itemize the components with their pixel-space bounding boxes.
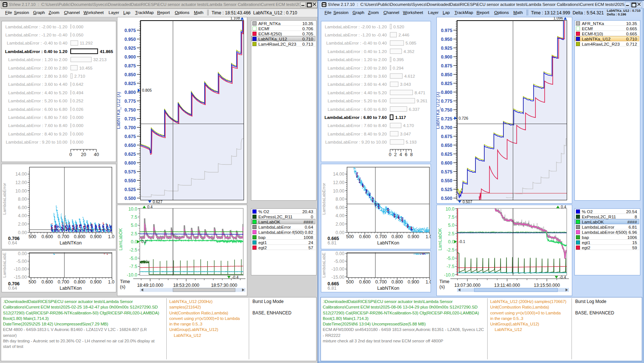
svg-text:2.00: 2.00: [18, 222, 27, 227]
svg-text:LambdaLabError : 8.40 to 9.20: LambdaLabError : 8.40 to 9.20: [8, 131, 67, 137]
svg-text:0.700: 0.700: [124, 125, 136, 130]
svg-text:0.0: 0.0: [448, 239, 454, 244]
svg-text:5.085: 5.085: [406, 40, 417, 46]
svg-text:6.81: 6.81: [328, 240, 336, 246]
svg-text:10.0: 10.0: [128, 207, 137, 212]
svg-text:0.800: 0.800: [392, 279, 403, 285]
svg-text:LambdaLabError : 6.80 to 7.60: LambdaLabError : 6.80 to 7.60: [8, 115, 67, 120]
svg-text:0.700: 0.700: [441, 125, 452, 130]
svg-text:0.00: 0.00: [18, 230, 27, 235]
svg-text:0.900: 0.900: [441, 54, 452, 60]
svg-text:1.117: 1.117: [395, 115, 406, 120]
svg-text:LambdaLabError : -0.40 to 0.40: LambdaLabError : -0.40 to 0.40: [326, 40, 387, 46]
svg-text:0.520: 0.520: [393, 24, 404, 29]
svg-text:LambdaLabError : 3.60 to 4.40: LambdaLabError : 3.60 to 4.40: [328, 82, 387, 87]
svg-text:LambdaLabError : 6.00 to 6.80: LambdaLabError : 6.00 to 6.80: [328, 107, 387, 112]
svg-text:32.213: 32.213: [93, 57, 107, 62]
svg-text:500: 500: [346, 234, 354, 239]
svg-text:2.5: 2.5: [448, 231, 454, 236]
svg-text:0.900: 0.900: [90, 234, 102, 239]
svg-text:0.850: 0.850: [124, 72, 136, 77]
svg-text:-0.1: -0.1: [459, 239, 465, 244]
svg-text:0.575: 0.575: [441, 169, 452, 175]
svg-text:LambdaLabError : 6.00 to 6.80: LambdaLabError : 6.00 to 6.80: [8, 107, 67, 112]
svg-text:0.650: 0.650: [441, 143, 452, 148]
svg-text:-5.0: -5.0: [446, 256, 454, 261]
svg-text:6.00: 6.00: [18, 205, 27, 210]
svg-text:41.865: 41.865: [100, 49, 113, 54]
svg-text:4.170: 4.170: [403, 123, 414, 128]
svg-text:0.00: 0.00: [336, 251, 344, 256]
svg-text:6.00: 6.00: [336, 205, 344, 210]
svg-text:8.00: 8.00: [336, 197, 344, 202]
svg-text:4.612: 4.612: [404, 74, 415, 79]
svg-text:LambdaLabError: LambdaLabError: [2, 183, 7, 215]
svg-text:0.925: 0.925: [124, 46, 136, 51]
svg-text:18:57:30.000: 18:57:30.000: [211, 283, 237, 288]
svg-text:0.525: 0.525: [124, 187, 136, 192]
svg-text:0.050: 0.050: [72, 32, 84, 38]
svg-text:0.875: 0.875: [441, 63, 452, 68]
svg-text:-15.00: -15.00: [332, 275, 344, 280]
svg-text:-10.00: -10.00: [14, 267, 27, 272]
svg-text:LambdaLabError : 2.00 to 2.80: LambdaLabError : 2.00 to 2.80: [8, 66, 67, 71]
svg-text:-7.5: -7.5: [129, 264, 137, 269]
svg-text:LambdaLabE: LambdaLabE: [2, 252, 7, 278]
svg-text:0.2: 0.2: [141, 239, 147, 244]
svg-text:0.600: 0.600: [441, 161, 452, 166]
svg-text:0.600: 0.600: [359, 234, 371, 239]
svg-text:0.600: 0.600: [42, 279, 53, 285]
svg-text:LambdaLabError : 9.20 to 10.00: LambdaLabError : 9.20 to 10.00: [325, 140, 387, 145]
svg-text:0.000: 0.000: [72, 115, 84, 120]
svg-text:LambdaLabError : 0.40 to 1.20: LambdaLabError : 0.40 to 1.20: [328, 49, 387, 54]
svg-text:1.108: 1.108: [230, 17, 240, 20]
svg-text:13:11:40.000: 13:11:40.000: [494, 283, 520, 288]
svg-text:10.455: 10.455: [79, 66, 93, 71]
svg-text:LambdaLabError : 4.40 to 5.20: LambdaLabError : 4.40 to 5.20: [328, 90, 387, 95]
svg-text:Time: Time: [120, 279, 130, 284]
svg-text:4.00: 4.00: [18, 213, 27, 218]
svg-text:LambdaLabError : -1.20 to -0.4: LambdaLabError : -1.20 to -0.40: [325, 32, 387, 38]
svg-text:LambdaLabError : 0.40 to 1.20: LambdaLabError : 0.40 to 1.20: [5, 49, 68, 54]
svg-text:0.950: 0.950: [441, 37, 452, 42]
svg-text:0.550: 0.550: [124, 178, 136, 183]
svg-text:0.800: 0.800: [74, 234, 85, 239]
svg-text:1.0: 1.0: [108, 279, 114, 285]
svg-text:LambdaLabError : -0.40 to 0.40: LambdaLabError : -0.40 to 0.40: [7, 40, 67, 46]
svg-text:10.00: 10.00: [333, 188, 344, 194]
svg-text:0.395: 0.395: [393, 57, 404, 62]
svg-text:0: 0: [389, 152, 392, 157]
svg-text:14.00: 14.00: [15, 172, 27, 177]
svg-text:LambdaLabError : 1.20 to 2.00: LambdaLabError : 1.20 to 2.00: [328, 57, 387, 62]
svg-text:LambdaLabError : 8.40 to 9.20: LambdaLabError : 8.40 to 9.20: [328, 131, 387, 137]
svg-text:4.352: 4.352: [404, 49, 415, 54]
svg-text:0.775: 0.775: [441, 99, 452, 104]
svg-text:0.975: 0.975: [441, 28, 452, 33]
svg-text:12.00: 12.00: [333, 180, 344, 185]
svg-text:13:07:30.000: 13:07:30.000: [454, 283, 480, 288]
svg-text:0.500: 0.500: [441, 196, 452, 201]
svg-text:-2.5: -2.5: [129, 247, 137, 253]
svg-text:LambdaLabError : 9.20 to 10.00: LambdaLabError : 9.20 to 10.00: [6, 140, 68, 145]
svg-text:0.900: 0.900: [408, 279, 419, 285]
svg-text:0.675: 0.675: [441, 134, 452, 139]
svg-text:LabNTKon: LabNTKon: [60, 286, 82, 291]
svg-text:500: 500: [346, 279, 354, 285]
svg-text:8.471: 8.471: [414, 90, 425, 95]
svg-text:0.950: 0.950: [124, 37, 136, 42]
svg-text:2: 2: [394, 152, 397, 157]
svg-text:0.642: 0.642: [72, 82, 84, 87]
svg-text:0.800: 0.800: [441, 90, 452, 95]
svg-text:-10.0: -10.0: [127, 272, 138, 278]
svg-text:0.600: 0.600: [42, 234, 53, 239]
svg-text:1.096: 1.096: [553, 17, 563, 20]
svg-text:2.5: 2.5: [131, 231, 137, 236]
svg-text:0.600: 0.600: [124, 161, 136, 166]
svg-text:500: 500: [28, 234, 36, 239]
svg-text:1.0: 1.0: [426, 234, 431, 239]
svg-text:0.700: 0.700: [58, 279, 69, 285]
svg-text:9.261: 9.261: [417, 98, 428, 103]
svg-text:0.00: 0.00: [18, 251, 27, 256]
svg-text:10.0: 10.0: [446, 207, 454, 212]
svg-text:0.625: 0.625: [124, 152, 136, 157]
